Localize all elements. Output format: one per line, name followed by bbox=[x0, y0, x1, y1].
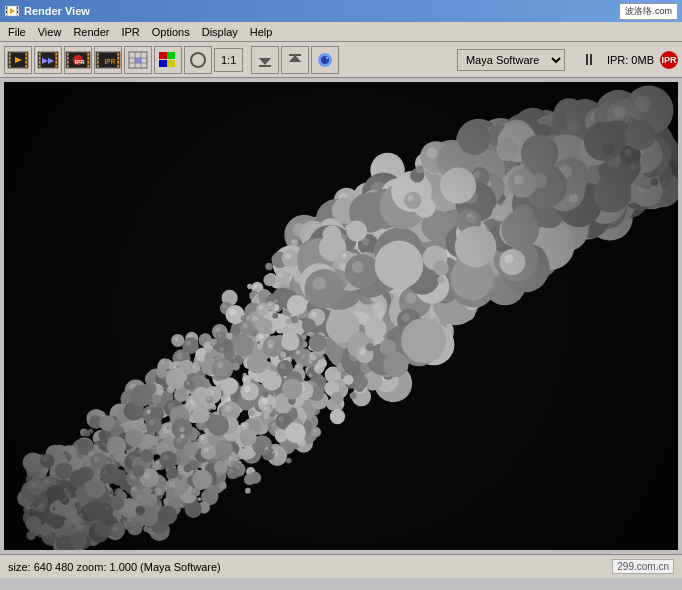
svg-rect-13 bbox=[9, 61, 11, 64]
alpha-button[interactable] bbox=[184, 46, 212, 74]
window-controls: 波洛络.com bbox=[619, 3, 678, 20]
svg-rect-40 bbox=[88, 57, 90, 60]
svg-text:IPR: IPR bbox=[105, 57, 116, 64]
color-button[interactable] bbox=[154, 46, 182, 74]
render-sequence-button[interactable]: ▶▶ bbox=[34, 46, 62, 74]
render-viewport bbox=[4, 82, 678, 550]
svg-rect-6 bbox=[17, 11, 18, 13]
zoom-ratio-button[interactable]: 1:1 bbox=[214, 48, 243, 72]
svg-rect-35 bbox=[67, 53, 69, 56]
menu-item-view[interactable]: View bbox=[32, 24, 68, 40]
svg-rect-4 bbox=[6, 11, 7, 13]
svg-rect-27 bbox=[56, 53, 58, 56]
ipr-status: IPR: 0MB bbox=[603, 54, 658, 66]
menu-bar: FileViewRenderIPROptionsDisplayHelp bbox=[0, 22, 682, 42]
menu-item-options[interactable]: Options bbox=[146, 24, 196, 40]
renderer-dropdown[interactable]: Maya Software Maya Hardware Maya Vector … bbox=[457, 49, 565, 71]
svg-rect-28 bbox=[56, 57, 58, 60]
svg-rect-37 bbox=[67, 61, 69, 64]
svg-rect-30 bbox=[56, 65, 58, 68]
svg-rect-16 bbox=[26, 57, 28, 60]
watermark-top: 波洛络.com bbox=[619, 3, 678, 20]
save-image-button[interactable] bbox=[251, 46, 279, 74]
svg-point-74 bbox=[326, 57, 328, 59]
render-frame-button[interactable] bbox=[4, 46, 32, 74]
menu-item-help[interactable]: Help bbox=[244, 24, 279, 40]
svg-rect-71 bbox=[289, 54, 301, 56]
menu-item-render[interactable]: Render bbox=[67, 24, 115, 40]
svg-rect-55 bbox=[118, 65, 120, 68]
menu-item-ipr[interactable]: IPR bbox=[115, 24, 145, 40]
render-region-button[interactable] bbox=[124, 46, 152, 74]
title-bar: Render View 波洛络.com bbox=[0, 0, 682, 22]
svg-rect-49 bbox=[97, 57, 99, 60]
svg-text:IPR: IPR bbox=[75, 58, 86, 64]
svg-rect-36 bbox=[67, 57, 69, 60]
svg-rect-39 bbox=[88, 53, 90, 56]
pause-button[interactable]: ⏸ bbox=[577, 51, 601, 69]
svg-rect-14 bbox=[9, 65, 11, 68]
render-canvas bbox=[4, 82, 678, 550]
svg-rect-42 bbox=[88, 65, 90, 68]
svg-rect-23 bbox=[39, 53, 41, 56]
toolbar-sep1 bbox=[245, 46, 249, 74]
ipr-region-button[interactable]: IPR bbox=[94, 46, 122, 74]
svg-rect-69 bbox=[259, 65, 271, 67]
svg-rect-17 bbox=[26, 61, 28, 64]
ipr-badge: IPR bbox=[660, 51, 678, 69]
svg-marker-70 bbox=[289, 55, 301, 62]
svg-marker-68 bbox=[259, 58, 271, 65]
svg-point-73 bbox=[321, 56, 329, 64]
svg-rect-65 bbox=[159, 60, 167, 67]
svg-rect-29 bbox=[56, 61, 58, 64]
svg-rect-41 bbox=[88, 61, 90, 64]
svg-rect-53 bbox=[118, 57, 120, 60]
svg-rect-66 bbox=[167, 60, 175, 67]
svg-rect-64 bbox=[167, 52, 175, 59]
ipr-render-button[interactable]: IPR bbox=[64, 46, 92, 74]
renderer-selector[interactable]: Maya Software Maya Hardware Maya Vector … bbox=[457, 49, 565, 71]
zoom-label: 1:1 bbox=[221, 54, 236, 66]
svg-rect-54 bbox=[118, 61, 120, 64]
svg-rect-3 bbox=[6, 7, 7, 9]
svg-rect-11 bbox=[9, 53, 11, 56]
svg-rect-51 bbox=[97, 65, 99, 68]
svg-rect-63 bbox=[159, 52, 167, 59]
svg-rect-15 bbox=[26, 53, 28, 56]
svg-rect-50 bbox=[97, 61, 99, 64]
status-text: size: 640 480 zoom: 1.000 (Maya Software… bbox=[8, 561, 221, 573]
svg-text:▶▶: ▶▶ bbox=[42, 56, 55, 65]
menu-item-display[interactable]: Display bbox=[196, 24, 244, 40]
svg-rect-24 bbox=[39, 57, 41, 60]
title-bar-left: Render View bbox=[4, 3, 90, 19]
status-bar: size: 640 480 zoom: 1.000 (Maya Software… bbox=[0, 554, 682, 578]
svg-rect-48 bbox=[97, 53, 99, 56]
svg-rect-25 bbox=[39, 61, 41, 64]
ipr-status-text: IPR: 0MB bbox=[607, 54, 654, 66]
app-icon bbox=[4, 3, 20, 19]
svg-rect-62 bbox=[135, 58, 141, 63]
svg-rect-52 bbox=[118, 53, 120, 56]
load-image-button[interactable] bbox=[281, 46, 309, 74]
toolbar: ▶▶ IPR bbox=[0, 42, 682, 78]
snapshot-button[interactable] bbox=[311, 46, 339, 74]
svg-rect-18 bbox=[26, 65, 28, 68]
svg-rect-5 bbox=[17, 7, 18, 9]
window-title: Render View bbox=[24, 5, 90, 17]
svg-rect-26 bbox=[39, 65, 41, 68]
svg-point-67 bbox=[191, 53, 205, 67]
svg-rect-38 bbox=[67, 65, 69, 68]
menu-item-file[interactable]: File bbox=[2, 24, 32, 40]
watermark-bottom: 299.com.cn bbox=[612, 559, 674, 574]
svg-rect-12 bbox=[9, 57, 11, 60]
